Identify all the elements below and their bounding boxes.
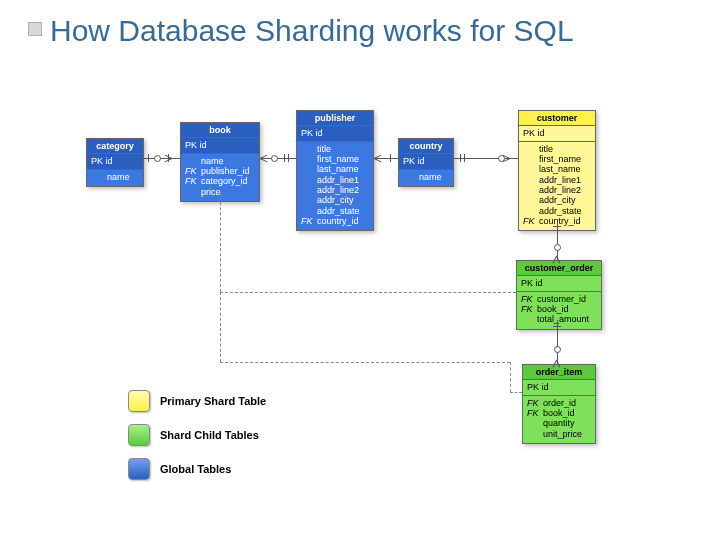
swatch-blue (128, 458, 150, 480)
entity-title: publisher (297, 111, 373, 126)
entity-title: country (399, 139, 453, 154)
entity-publisher: publisher PK id title first_name last_na… (296, 110, 374, 231)
connector-dashed (220, 192, 221, 292)
entity-title: category (87, 139, 143, 154)
entity-title: customer (519, 111, 595, 126)
entity-title: book (181, 123, 259, 138)
rel-one (284, 154, 285, 162)
page-title: How Database Sharding works for SQL (0, 0, 728, 49)
rel-one (460, 154, 461, 162)
rel-one (464, 154, 465, 162)
entity-customer: customer PK id title first_name last_nam… (518, 110, 596, 231)
legend-item-child: Shard Child Tables (128, 424, 266, 446)
rel-one (553, 326, 561, 327)
entity-customer-order: customer_order PK id FKcustomer_id FKboo… (516, 260, 602, 330)
rel-zero (554, 244, 561, 251)
entity-book: book PK id name FKpublisher_id FKcategor… (180, 122, 260, 202)
rel-one (288, 154, 289, 162)
rel-zero (554, 346, 561, 353)
swatch-green (128, 424, 150, 446)
rel-one (390, 154, 391, 162)
legend-item-primary: Primary Shard Table (128, 390, 266, 412)
bullet-square (28, 22, 42, 36)
legend: Primary Shard Table Shard Child Tables G… (128, 390, 266, 492)
entity-category: category PK id name (86, 138, 144, 187)
er-diagram: category PK id name book PK id name FKpu… (28, 110, 700, 530)
connector-dashed (220, 292, 221, 362)
rel-one (168, 154, 169, 162)
connector (144, 158, 180, 159)
entity-order-item: order_item PK id FKorder_id FKbook_id qu… (522, 364, 596, 444)
connector-dashed (510, 362, 511, 392)
rel-one (148, 154, 149, 162)
rel-zero (154, 155, 161, 162)
entity-country: country PK id name (398, 138, 454, 187)
legend-item-global: Global Tables (128, 458, 266, 480)
rel-one (553, 226, 561, 227)
connector-dashed (220, 292, 516, 293)
swatch-yellow (128, 390, 150, 412)
connector-dashed (510, 392, 522, 393)
rel-zero (271, 155, 278, 162)
connector (260, 158, 296, 159)
connector (557, 222, 558, 260)
connector-dashed (220, 362, 510, 363)
